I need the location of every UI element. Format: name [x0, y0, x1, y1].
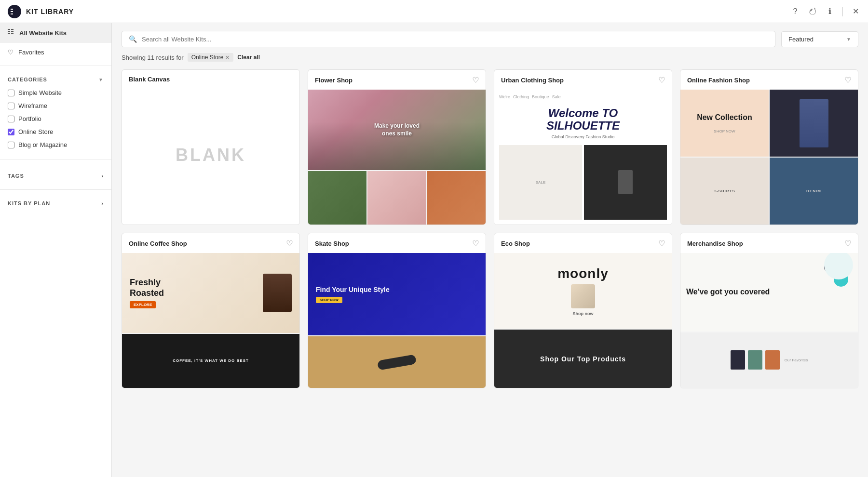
kit-title-coffee-shop: Online Coffee Shop — [129, 240, 187, 247]
eco-section: Shop Our Top Products — [540, 355, 626, 363]
eco-top: moonly Shop now — [494, 253, 672, 329]
coffee-bottom: COFFEE, IT'S WHAT WE DO BEST — [122, 334, 299, 388]
kit-card-header-merch: Merchandise Shop — [680, 233, 858, 253]
checkbox-portfolio[interactable] — [8, 116, 14, 122]
kit-card-header-urban: Urban Clothing Shop — [494, 70, 672, 90]
kit-preview-flower-shop: Make your lovedones smile — [308, 90, 486, 225]
favorite-fashion-icon[interactable] — [844, 76, 851, 85]
categories-header[interactable]: CATEGORIES ▼ — [8, 77, 104, 82]
eco-brand: moonly — [557, 266, 609, 281]
sidebar-divider-1 — [0, 66, 111, 66]
flower-mosaic: Make your lovedones smile — [308, 90, 486, 225]
kits-by-plan-label: KITS BY PLAN — [8, 200, 50, 206]
favorite-merch-icon[interactable] — [844, 239, 851, 248]
urban-img-1: SALE — [499, 145, 582, 220]
tags-section: TAGS › — [0, 163, 111, 186]
checkbox-wireframe[interactable] — [8, 103, 14, 109]
clear-all-button[interactable]: Clear all — [237, 54, 260, 61]
kit-preview-urban: We'reClothingBoutiqueSale Welcome TOSILH… — [494, 90, 672, 225]
checkbox-simple-website[interactable] — [8, 90, 14, 96]
remove-filter-icon[interactable]: ✕ — [225, 54, 230, 61]
top-bar: KIT LIBRARY ? ℹ ✕ — [0, 0, 868, 23]
merch-circle — [824, 253, 853, 279]
top-bar-actions: ? ℹ ✕ — [790, 7, 860, 16]
skate-bottom — [308, 336, 486, 388]
info-icon[interactable]: ℹ — [825, 7, 835, 16]
help-icon[interactable]: ? — [790, 7, 800, 16]
svg-rect-7 — [11, 31, 14, 32]
kit-card-coffee-shop[interactable]: Online Coffee Shop FreshlyRoasted EXPLOR… — [122, 233, 300, 388]
flower-tagline: Make your lovedones smile — [374, 122, 420, 138]
flower-top-image: Make your lovedones smile — [308, 90, 486, 170]
search-bar[interactable]: 🔍 — [122, 31, 775, 47]
coffee-top: FreshlyRoasted EXPLORE — [122, 253, 299, 333]
favorite-urban-icon[interactable] — [658, 76, 665, 85]
merch-product-3 — [765, 350, 780, 370]
merch-mosaic: We've got you covered — [680, 253, 858, 388]
close-icon[interactable]: ✕ — [851, 7, 860, 16]
kit-card-header-coffee: Online Coffee Shop — [122, 233, 299, 253]
checkbox-blog-magazine[interactable] — [8, 142, 14, 148]
svg-rect-2 — [11, 13, 13, 14]
favorite-coffee-icon[interactable] — [286, 239, 293, 248]
sidebar-item-favorites[interactable]: ♡ Favorites — [0, 43, 111, 62]
favorite-skate-icon[interactable] — [472, 239, 479, 248]
favorite-flower-shop-icon[interactable] — [472, 76, 479, 85]
kit-card-blank-canvas[interactable]: Blank Canvas BLANK — [122, 69, 300, 225]
tags-header[interactable]: TAGS › — [8, 170, 104, 182]
urban-headline: Welcome TOSILHOUETTE — [499, 107, 667, 132]
urban-nav: We'reClothingBoutiqueSale — [499, 94, 667, 99]
categories-label: CATEGORIES — [8, 77, 47, 82]
kit-card-flower-shop[interactable]: Flower Shop Make your lovedones smile — [308, 69, 486, 225]
svg-rect-6 — [11, 29, 14, 30]
kit-card-skate-shop[interactable]: Skate Shop Find Your Unique Style SHOP N… — [308, 233, 486, 388]
sort-dropdown[interactable]: Featured ▼ — [781, 31, 858, 47]
kits-grid: Blank Canvas BLANK Flower Shop — [122, 69, 858, 388]
skate-headline: Find Your Unique Style — [316, 285, 478, 294]
active-filter-label: Online Store — [191, 54, 224, 61]
eco-product — [571, 284, 595, 308]
category-portfolio[interactable]: Portfolio — [8, 112, 104, 125]
kit-card-eco-shop[interactable]: Eco Shop moonly Shop now Shop Our Top Pr… — [494, 233, 672, 388]
fashion-new-collection: New Collection SHOP NOW — [680, 90, 769, 157]
fashion-tshirts-label: T-SHIRTS — [714, 189, 735, 193]
merch-bottom: Our Favorites — [680, 332, 858, 388]
category-blog-magazine[interactable]: Blog or Magazine — [8, 138, 104, 151]
urban-brand: Welcome TOSILHOUETTE Global Discovery Fa… — [499, 104, 667, 142]
favorite-eco-icon[interactable] — [658, 239, 665, 248]
chevron-down-icon: ▼ — [98, 77, 104, 82]
sidebar-nav: All Website Kits ♡ Favorites — [0, 23, 111, 62]
kit-card-urban-clothing[interactable]: Urban Clothing Shop We'reClothingBoutiqu… — [494, 69, 672, 225]
category-wireframe[interactable]: Wireframe — [8, 99, 104, 112]
urban-sub: Global Discovery Fashion Studio — [499, 134, 667, 139]
kit-card-merch-shop[interactable]: Merchandise Shop We've got you covered — [680, 233, 858, 388]
kits-by-plan-section: KITS BY PLAN › — [0, 194, 111, 213]
sidebar-divider-2 — [0, 159, 111, 159]
app-title: KIT LIBRARY — [26, 8, 74, 15]
kits-by-plan-header[interactable]: KITS BY PLAN › — [8, 198, 104, 209]
category-wireframe-label: Wireframe — [18, 102, 47, 109]
kit-preview-coffee: FreshlyRoasted EXPLORE COFFEE, IT'S WHAT… — [122, 253, 299, 388]
sidebar-item-all-kits[interactable]: All Website Kits — [0, 23, 111, 43]
fashion-model — [770, 90, 858, 157]
svg-rect-1 — [11, 11, 13, 12]
category-simple-website-label: Simple Website — [18, 89, 62, 96]
blank-canvas-visual: BLANK — [122, 88, 299, 223]
kit-title-skate-shop: Skate Shop — [315, 240, 349, 247]
coffee-cta: EXPLORE — [130, 301, 156, 308]
search-input[interactable] — [142, 36, 768, 43]
divider — [842, 7, 843, 16]
app-logo — [8, 5, 21, 18]
kit-card-fashion-shop[interactable]: Online Fashion Shop New Collection SHOP … — [680, 69, 858, 225]
kit-title-eco-shop: Eco Shop — [501, 240, 530, 247]
search-sort-row: 🔍 Featured ▼ — [122, 31, 858, 47]
checkbox-online-store[interactable] — [8, 129, 14, 135]
svg-rect-3 — [8, 29, 10, 30]
urban-img-2 — [584, 145, 667, 220]
merch-favorites-label: Our Favorites — [785, 358, 808, 362]
svg-rect-0 — [11, 9, 13, 10]
sync-icon[interactable] — [808, 7, 817, 16]
active-filter-tag[interactable]: Online Store ✕ — [188, 53, 234, 62]
category-simple-website[interactable]: Simple Website — [8, 86, 104, 99]
category-online-store[interactable]: Online Store — [8, 125, 104, 138]
